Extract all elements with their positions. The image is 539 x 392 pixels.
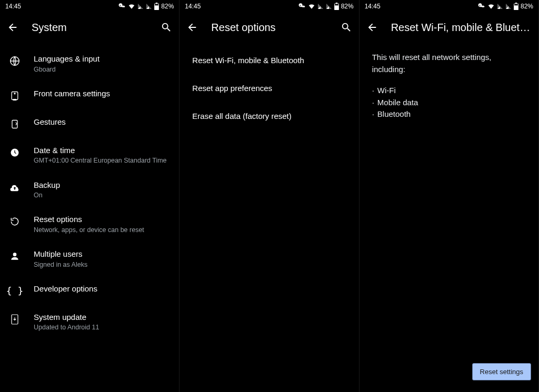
setting-front-camera[interactable]: Front camera settings	[0, 81, 179, 109]
setting-gestures[interactable]: Gestures	[0, 109, 179, 138]
braces-icon: { }	[8, 285, 21, 297]
setting-system-update[interactable]: System update Updated to Android 11	[0, 305, 179, 339]
svg-point-6	[14, 93, 15, 94]
setting-subtitle: Updated to Android 11	[34, 323, 171, 331]
setting-subtitle: On	[34, 191, 171, 199]
svg-rect-14	[335, 3, 337, 4]
wifi-icon	[487, 3, 495, 10]
back-button[interactable]	[186, 21, 198, 34]
setting-subtitle: Signed in as Aleks	[34, 260, 171, 269]
status-bar: 14:45 82%	[179, 0, 358, 13]
status-time: 14:45	[365, 3, 381, 10]
item-title: Reset Wi-Fi, mobile & Bluetooth	[192, 56, 346, 65]
status-bar: 14:45 82%	[360, 0, 538, 13]
camera-icon	[8, 89, 21, 102]
status-indicators: 82%	[478, 3, 533, 10]
svg-point-0	[120, 5, 121, 6]
battery-icon	[514, 3, 518, 10]
setting-title: Developer options	[34, 284, 171, 294]
wifi-icon	[308, 3, 315, 10]
signal-icon-2	[505, 3, 512, 9]
status-indicators: 82%	[298, 3, 354, 10]
search-button[interactable]	[160, 21, 173, 34]
page-title: System	[32, 22, 156, 34]
back-button[interactable]	[6, 21, 19, 34]
svg-rect-2	[156, 3, 158, 4]
reset-app-preferences[interactable]: Reset app preferences	[179, 74, 358, 102]
setting-multiple-users[interactable]: Multiple users Signed in as Aleks	[0, 242, 179, 276]
key-icon	[118, 3, 126, 10]
setting-title: System update	[34, 312, 171, 323]
battery-text: 82%	[161, 3, 174, 10]
battery-text: 82%	[341, 3, 354, 10]
clock-icon	[8, 146, 21, 159]
signal-icon-1	[317, 3, 324, 9]
arrow-back-icon	[186, 22, 198, 33]
system-update-icon	[8, 313, 21, 326]
search-icon	[161, 22, 172, 33]
svg-rect-19	[514, 4, 518, 6]
gesture-icon	[8, 118, 21, 130]
setting-subtitle: GMT+01:00 Central European Standard Time	[34, 156, 171, 165]
item-title: Erase all data (factory reset)	[192, 112, 346, 120]
setting-subtitle: Network, apps, or device can be reset	[34, 226, 171, 234]
reset-wifi-mobile-bluetooth[interactable]: Reset Wi-Fi, mobile & Bluetooth	[179, 46, 358, 74]
status-time: 14:45	[185, 3, 201, 10]
reset-settings-button[interactable]: Reset settings	[472, 363, 531, 380]
bullet-mobile-data: ·Mobile data	[372, 97, 526, 109]
item-title: Reset app preferences	[192, 84, 346, 93]
setting-title: Front camera settings	[34, 88, 171, 99]
signal-icon-1	[137, 3, 144, 9]
setting-title: Backup	[34, 180, 171, 190]
setting-title: Languages & input	[34, 54, 171, 64]
setting-subtitle: Gboard	[34, 65, 171, 74]
svg-rect-3	[155, 4, 158, 6]
signal-icon-2	[146, 3, 152, 9]
description-text: This will reset all network settings, in…	[372, 52, 526, 75]
reset-icon	[8, 215, 21, 228]
globe-icon	[8, 55, 21, 67]
svg-point-12	[300, 5, 301, 6]
erase-all-data[interactable]: Erase all data (factory reset)	[179, 102, 358, 130]
svg-rect-7	[14, 99, 16, 100]
svg-rect-18	[515, 3, 517, 4]
setting-title: Multiple users	[34, 249, 171, 259]
setting-title: Gestures	[34, 117, 171, 127]
arrow-back-icon	[7, 22, 18, 33]
page-title: Reset Wi-Fi, mobile & Blueto…	[391, 22, 532, 34]
cloud-upload-icon	[8, 181, 21, 194]
person-icon	[8, 250, 21, 263]
signal-icon-1	[497, 3, 503, 9]
search-button[interactable]	[340, 21, 353, 34]
search-icon	[341, 22, 352, 33]
setting-title: Reset options	[34, 214, 171, 225]
page-title: Reset options	[211, 22, 335, 34]
setting-date-time[interactable]: Date & time GMT+01:00 Central European S…	[0, 138, 179, 173]
wifi-icon	[128, 3, 135, 10]
arrow-back-icon	[366, 22, 378, 33]
setting-title: Date & time	[34, 145, 171, 156]
bullet-wifi: ·Wi-Fi	[372, 85, 526, 97]
signal-icon-2	[326, 3, 332, 9]
key-icon	[478, 3, 485, 10]
svg-point-16	[480, 5, 481, 6]
battery-text: 82%	[521, 3, 533, 10]
bullet-bluetooth: ·Bluetooth	[372, 108, 526, 120]
svg-point-10	[13, 253, 17, 256]
setting-languages-input[interactable]: Languages & input Gboard	[0, 46, 179, 81]
status-bar: 14:45 82%	[0, 0, 179, 13]
battery-icon	[334, 3, 339, 10]
status-time: 14:45	[5, 3, 21, 10]
back-button[interactable]	[366, 21, 378, 34]
status-indicators: 82%	[118, 3, 174, 10]
svg-rect-15	[335, 4, 338, 6]
setting-backup[interactable]: Backup On	[0, 173, 179, 207]
setting-reset-options[interactable]: Reset options Network, apps, or device c…	[0, 207, 179, 242]
battery-icon	[154, 3, 159, 10]
key-icon	[298, 3, 306, 10]
setting-developer-options[interactable]: { } Developer options	[0, 276, 179, 305]
